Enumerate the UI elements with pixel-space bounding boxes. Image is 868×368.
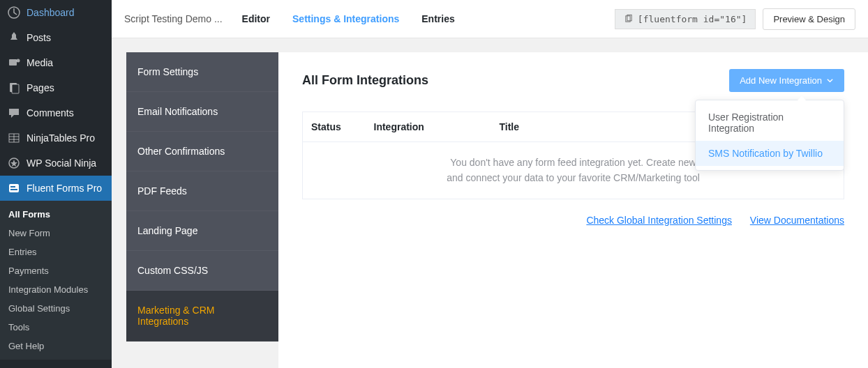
pin-icon [7, 31, 21, 45]
svg-point-2 [17, 59, 20, 63]
table-icon [7, 131, 21, 145]
settings-tab-other-confirmations[interactable]: Other Confirmations [126, 132, 278, 171]
content-header: All Form Integrations Add New Integratio… [302, 69, 844, 92]
submenu-entries[interactable]: Entries [0, 243, 112, 261]
menu-label: NinjaTables Pro [27, 132, 95, 144]
copy-icon [624, 14, 634, 24]
submenu-new-form[interactable]: New Form [0, 224, 112, 243]
svg-rect-10 [9, 184, 19, 192]
settings-tab-email-notifications[interactable]: Email Notifications [126, 92, 278, 132]
menu-label: Posts [27, 32, 51, 43]
tab-settings-integrations[interactable]: Settings & Integrations [292, 13, 399, 24]
submenu-payments[interactable]: Payments [0, 261, 112, 280]
th-status: Status [303, 112, 366, 142]
settings-tab-pdf-feeds[interactable]: PDF Feeds [126, 171, 278, 211]
add-new-integration-button[interactable]: Add New Integration [729, 69, 844, 92]
comment-icon [7, 106, 21, 120]
menu-fluentforms[interactable]: Fluent Forms Pro [0, 176, 112, 201]
svg-rect-12 [10, 189, 17, 190]
settings-tab-landing-page[interactable]: Landing Page [126, 211, 278, 251]
menu-dashboard[interactable]: Dashboard [0, 0, 112, 25]
settings-sidebar: Form Settings Email Notifications Other … [126, 52, 278, 342]
svg-rect-1 [9, 59, 17, 66]
tab-entries[interactable]: Entries [421, 13, 454, 24]
menu-label: WP Social Ninja [27, 158, 96, 169]
submenu-integration-modules[interactable]: Integration Modules [0, 280, 112, 299]
menu-comments[interactable]: Comments [0, 100, 112, 125]
svg-rect-4 [12, 84, 19, 93]
submenu-global-settings[interactable]: Global Settings [0, 299, 112, 318]
menu-posts[interactable]: Posts [0, 25, 112, 50]
star-icon [7, 156, 21, 170]
svg-rect-11 [10, 186, 15, 187]
form-title: Script Testing Demo ... [124, 13, 223, 24]
wp-submenu: All Forms New Form Entries Payments Inte… [0, 201, 112, 360]
menu-label: Comments [27, 107, 74, 118]
shortcode-text: [fluentform id="16"] [638, 14, 747, 24]
link-view-documentations[interactable]: View Documentations [750, 215, 844, 226]
menu-label: Pages [27, 82, 54, 93]
settings-tab-marketing-crm[interactable]: Marketing & CRM Integrations [126, 291, 278, 342]
settings-tab-custom-css-js[interactable]: Custom CSS/JS [126, 251, 278, 291]
page-title: All Form Integrations [302, 73, 428, 88]
media-icon [7, 56, 21, 70]
submenu-all-forms[interactable]: All Forms [0, 205, 112, 224]
chevron-down-icon [826, 77, 834, 84]
menu-label: Fluent Forms Pro [27, 183, 102, 194]
settings-tab-form-settings[interactable]: Form Settings [126, 52, 278, 92]
form-icon [7, 181, 21, 195]
menu-label: Media [27, 57, 53, 68]
preview-design-button[interactable]: Preview & Design [763, 8, 855, 30]
topbar: Script Testing Demo ... Editor Settings … [112, 0, 868, 38]
dropdown-sms-twilio[interactable]: SMS Notification by Twillio [696, 141, 844, 166]
menu-label: Dashboard [27, 7, 75, 18]
add-btn-label: Add New Integration [740, 75, 822, 86]
link-global-integration-settings[interactable]: Check Global Integration Settings [586, 215, 732, 226]
main-content: All Form Integrations Add New Integratio… [278, 52, 868, 368]
menu-ninjatables[interactable]: NinjaTables Pro [0, 125, 112, 151]
dropdown-user-registration[interactable]: User Registration Integration [696, 105, 844, 141]
pages-icon [7, 81, 21, 95]
menu-wpsocial[interactable]: WP Social Ninja [0, 151, 112, 176]
shortcode-copy[interactable]: [fluentform id="16"] [615, 9, 756, 29]
menu-pages[interactable]: Pages [0, 75, 112, 100]
dashboard-icon [7, 6, 21, 20]
wp-admin-sidebar: Dashboard Posts Media Pages Comments Nin… [0, 0, 112, 368]
menu-media[interactable]: Media [0, 50, 112, 75]
th-integration: Integration [366, 112, 491, 142]
submenu-get-help[interactable]: Get Help [0, 337, 112, 355]
footer-links: Check Global Integration Settings View D… [302, 215, 844, 226]
tab-editor[interactable]: Editor [242, 13, 270, 24]
integration-dropdown: User Registration Integration SMS Notifi… [695, 100, 844, 171]
submenu-tools[interactable]: Tools [0, 318, 112, 337]
